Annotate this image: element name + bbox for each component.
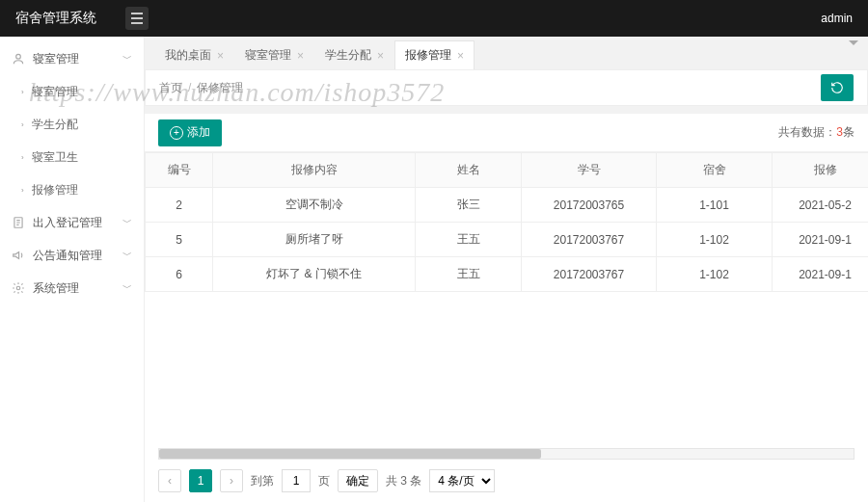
cell-room: 1-102 — [657, 257, 773, 292]
cell-date: 2021-09-1 — [773, 257, 869, 292]
cell-id: 6 — [146, 257, 213, 292]
col-header-content[interactable]: 报修内容 — [213, 153, 416, 188]
tab-assign[interactable]: 学生分配× — [314, 40, 394, 69]
col-header-date[interactable]: 报修 — [773, 153, 869, 188]
total-label: 共 3 条 — [386, 473, 421, 489]
svg-point-0 — [16, 54, 21, 59]
sidebar-item-notice[interactable]: 公告通知管理 ﹀ — [0, 239, 144, 272]
goto-label: 到第 — [251, 473, 274, 489]
breadcrumb: 首页 / 保修管理 — [145, 69, 868, 106]
sidebar-item-label: 公告通知管理 — [33, 248, 102, 264]
chevron-right-icon: › — [21, 153, 24, 162]
page-number-button[interactable]: 1 — [189, 469, 212, 492]
menu-toggle-button[interactable] — [125, 7, 149, 30]
refresh-icon — [830, 81, 844, 94]
system-title: 宿舍管理系统 — [15, 10, 96, 27]
breadcrumb-current: 保修管理 — [197, 80, 243, 96]
chevron-down-icon: ﹀ — [122, 249, 132, 262]
cell-name: 张三 — [416, 188, 522, 223]
user-menu[interactable]: admin — [821, 12, 853, 25]
cell-id: 5 — [146, 223, 213, 257]
tab-label: 学生分配 — [325, 47, 371, 64]
main-area: 我的桌面× 寝室管理× 学生分配× 报修管理× 首页 / 保修管理 + 添加 — [145, 37, 868, 502]
chevron-down-icon — [849, 40, 858, 45]
repair-table: 编号 报修内容 姓名 学号 宿舍 报修 2空调不制冷张三201720037651… — [145, 152, 868, 292]
sidebar-item-dorm[interactable]: 寝室管理 ﹀ — [0, 42, 144, 75]
breadcrumb-separator: / — [188, 81, 191, 94]
user-icon — [12, 52, 25, 66]
col-header-name[interactable]: 姓名 — [416, 153, 522, 188]
scrollbar-thumb[interactable] — [159, 449, 541, 459]
close-icon[interactable]: × — [297, 49, 304, 63]
table-row[interactable]: 2空调不制冷张三201720037651-1012021-05-2 — [146, 188, 869, 223]
doc-icon — [12, 216, 25, 229]
col-header-sid[interactable]: 学号 — [522, 153, 657, 188]
tab-label: 我的桌面 — [165, 47, 211, 64]
user-name: admin — [821, 12, 853, 25]
sidebar-item-label: 寝室管理 — [32, 84, 78, 100]
close-icon[interactable]: × — [377, 49, 384, 63]
table-row[interactable]: 5厕所堵了呀王五201720037671-1022021-09-1 — [146, 223, 869, 257]
sidebar-item-label: 报修管理 — [32, 182, 78, 198]
page-input[interactable] — [282, 469, 311, 492]
chevron-right-icon: › — [21, 186, 24, 195]
plus-icon: + — [170, 126, 183, 140]
sidebar-item-checkin[interactable]: 出入登记管理 ﹀ — [0, 206, 144, 239]
cell-id: 2 — [146, 188, 213, 223]
cell-name: 王五 — [416, 223, 522, 257]
page-suffix-label: 页 — [318, 473, 330, 489]
cell-date: 2021-09-1 — [773, 223, 869, 257]
close-icon[interactable]: × — [217, 49, 224, 63]
prev-page-button[interactable]: ‹ — [158, 469, 181, 492]
chevron-down-icon: ﹀ — [122, 281, 132, 295]
cell-room: 1-101 — [657, 188, 773, 223]
chevron-right-icon: › — [21, 120, 24, 129]
cell-name: 王五 — [416, 257, 522, 292]
table-row[interactable]: 6灯坏了 & 门锁不住王五201720037671-1022021-09-1 — [146, 257, 869, 292]
refresh-button[interactable] — [821, 74, 854, 101]
next-page-button[interactable]: › — [220, 469, 243, 492]
page-size-select[interactable]: 4 条/页 — [429, 469, 495, 492]
sidebar-item-dorm-hygiene[interactable]: › 寝室卫生 — [0, 141, 144, 173]
tab-dorm[interactable]: 寝室管理× — [234, 40, 314, 69]
chevron-down-icon: ﹀ — [122, 216, 132, 229]
col-header-room[interactable]: 宿舍 — [657, 153, 773, 188]
close-icon[interactable]: × — [457, 49, 464, 63]
tab-desktop[interactable]: 我的桌面× — [154, 40, 234, 69]
tab-label: 报修管理 — [405, 47, 451, 64]
cell-date: 2021-05-2 — [773, 188, 869, 223]
cell-content: 灯坏了 & 门锁不住 — [213, 257, 416, 292]
cell-content: 厕所堵了呀 — [213, 223, 416, 257]
sidebar-item-label: 系统管理 — [33, 280, 79, 297]
toolbar: + 添加 共有数据：3条 — [145, 114, 868, 152]
svg-point-2 — [16, 286, 20, 290]
tab-label: 寝室管理 — [245, 47, 291, 64]
gear-icon — [12, 281, 25, 295]
sidebar-item-dorm-manage[interactable]: › 寝室管理 — [0, 75, 144, 108]
breadcrumb-home[interactable]: 首页 — [159, 80, 182, 96]
horn-icon — [12, 249, 25, 262]
col-header-id[interactable]: 编号 — [146, 153, 213, 188]
topbar: 宿舍管理系统 admin — [0, 0, 868, 37]
cell-sid: 20172003767 — [522, 223, 657, 257]
sidebar-item-label: 学生分配 — [32, 117, 78, 133]
pagination: ‹ 1 › 到第 页 确定 共 3 条 4 条/页 — [145, 460, 868, 502]
sidebar-item-label: 出入登记管理 — [33, 215, 102, 231]
add-button-label: 添加 — [187, 124, 210, 141]
add-button[interactable]: + 添加 — [158, 119, 222, 146]
chevron-right-icon: › — [21, 88, 24, 96]
tab-repair[interactable]: 报修管理× — [394, 40, 475, 69]
sidebar-item-system[interactable]: 系统管理 ﹀ — [0, 272, 144, 304]
cell-room: 1-102 — [657, 223, 773, 257]
sidebar: 寝室管理 ﹀ › 寝室管理 › 学生分配 › 寝室卫生 › 报修管理 出入登记管… — [0, 37, 145, 502]
sidebar-item-repair[interactable]: › 报修管理 — [0, 173, 144, 206]
sidebar-item-student-assign[interactable]: › 学生分配 — [0, 108, 144, 141]
sidebar-item-label: 寝室管理 — [33, 51, 79, 67]
h-scrollbar[interactable] — [158, 448, 854, 460]
tab-bar: 我的桌面× 寝室管理× 学生分配× 报修管理× — [145, 37, 868, 69]
sidebar-item-label: 寝室卫生 — [32, 149, 78, 166]
cell-sid: 20172003767 — [522, 257, 657, 292]
chevron-down-icon: ﹀ — [122, 52, 132, 66]
record-count: 共有数据：3条 — [778, 124, 854, 141]
goto-confirm-button[interactable]: 确定 — [338, 469, 378, 492]
